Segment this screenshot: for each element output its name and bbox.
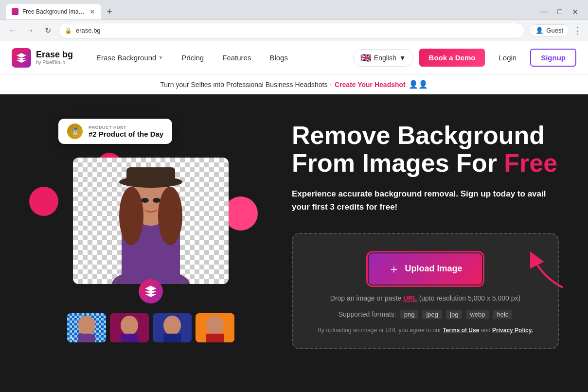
guest-button[interactable]: 👤 Guest: [529, 24, 570, 36]
site-navbar: Erase bg by PixelBin.io Erase Background…: [0, 41, 588, 75]
format-heic: heic: [493, 310, 512, 319]
nav-right: 🇬🇧 English ▼ Book a Demo Login Signup: [353, 49, 576, 67]
lang-chevron-icon: ▼: [399, 54, 406, 62]
hero-left: 🥈 PRODUCT HUNT #2 Product of the Day: [39, 128, 263, 342]
maximize-icon[interactable]: □: [553, 5, 566, 18]
terms-of-use-link[interactable]: Terms of Use: [443, 327, 479, 334]
svg-point-13: [141, 198, 149, 203]
thumb-4-svg: [196, 313, 234, 342]
svg-rect-21: [78, 334, 95, 342]
decor-circle-left: [29, 187, 58, 216]
language-label: English: [374, 54, 396, 62]
chevron-down-icon: ▼: [158, 55, 163, 60]
book-demo-button[interactable]: Book a Demo: [419, 49, 485, 67]
tab-close-icon[interactable]: ✕: [89, 8, 95, 16]
svg-rect-24: [121, 334, 138, 342]
browser-tabs: Free Background Image Rem... ✕ +: [6, 4, 116, 19]
product-hunt-badge: 🥈 PRODUCT HUNT #2 Product of the Day: [58, 119, 172, 144]
url-text: erase.bg: [76, 27, 519, 34]
thumbnail-3[interactable]: [153, 313, 192, 342]
svg-rect-10: [126, 167, 175, 184]
formats-label: Supported formats:: [339, 310, 396, 318]
thumbnail-4[interactable]: [196, 313, 234, 342]
browser-menu-button[interactable]: ⋮: [573, 25, 582, 36]
browser-chrome: Free Background Image Rem... ✕ + — □ ✕ ←…: [0, 0, 588, 41]
svg-rect-27: [163, 334, 181, 342]
svg-point-14: [153, 198, 160, 203]
logo-name: Erase bg: [36, 50, 73, 60]
format-png: png: [400, 310, 419, 319]
language-selector[interactable]: 🇬🇧 English ▼: [353, 49, 413, 67]
nav-erase-background[interactable]: Erase Background ▼: [89, 50, 171, 66]
headshot-emoji: 👤👤: [409, 80, 428, 89]
upload-drop-text: Drop an image or paste URL (upto resolut…: [307, 294, 543, 302]
logo-svg: [16, 52, 27, 64]
svg-point-29: [206, 316, 224, 335]
minimize-icon[interactable]: —: [536, 5, 552, 18]
hero-subtitle: Experience accurate background removal. …: [292, 187, 554, 214]
demo-image-container: [73, 158, 229, 294]
nav-features[interactable]: Features: [214, 50, 259, 66]
format-jpg: jpg: [446, 310, 462, 319]
lock-icon: 🔒: [65, 27, 72, 34]
format-jpeg: jpeg: [422, 310, 442, 319]
browser-tab-active[interactable]: Free Background Image Rem... ✕: [6, 4, 101, 19]
logo-text: Erase bg by PixelBin.io: [36, 50, 73, 65]
tab-favicon: [12, 8, 18, 15]
browser-toolbar: ← → ↻ 🔒 erase.bg 👤 Guest ⋮: [0, 19, 588, 41]
site-nav-links: Erase Background ▼ Pricing Features Blog…: [89, 50, 347, 66]
upload-terms: By uploading an image or URL you agree t…: [307, 327, 543, 334]
site-logo[interactable]: Erase bg by PixelBin.io: [12, 48, 73, 68]
logo-overlay: [139, 279, 163, 303]
signup-link[interactable]: Signup: [530, 49, 576, 67]
logo-sub: by PixelBin.io: [36, 60, 73, 65]
svg-rect-30: [206, 334, 224, 342]
nav-blogs[interactable]: Blogs: [262, 50, 296, 66]
logo-icon: [12, 48, 31, 68]
announcement-bar: Turn your Selfies into Professional Busi…: [0, 75, 588, 94]
upload-btn-wrapper: ＋ Upload Image: [307, 253, 543, 285]
logo-overlay-icon: [144, 285, 158, 298]
hero-title: Remove Background From Images For Free: [292, 122, 559, 177]
thumbnail-row: ↖: [67, 313, 234, 342]
forward-button[interactable]: →: [23, 24, 37, 37]
address-bar[interactable]: 🔒 erase.bg: [58, 23, 525, 38]
new-tab-button[interactable]: +: [103, 5, 116, 19]
upload-plus-icon: ＋: [388, 261, 400, 277]
svg-point-12: [158, 187, 182, 245]
upload-btn-label: Upload Image: [405, 264, 462, 274]
nav-pricing[interactable]: Pricing: [174, 50, 212, 66]
svg-point-26: [163, 316, 181, 335]
upload-url-link[interactable]: URL: [403, 294, 417, 302]
format-webp: webp: [466, 310, 489, 319]
tab-title: Free Background Image Rem...: [22, 8, 86, 15]
svg-point-23: [121, 316, 138, 335]
create-headshot-link[interactable]: Create Your Headshot: [335, 81, 406, 89]
hero-title-free: Free: [504, 149, 557, 177]
thumb-3-svg: [153, 313, 192, 342]
ph-medal-container: 🥈: [67, 124, 83, 139]
close-window-icon[interactable]: ✕: [568, 5, 582, 18]
announcement-text: Turn your Selfies into Professional Busi…: [160, 81, 332, 89]
arrow-indicator: [529, 249, 572, 294]
hero-right: Remove Background From Images For Free E…: [292, 122, 559, 349]
ph-title: #2 Product of the Day: [89, 130, 163, 138]
back-button[interactable]: ←: [6, 24, 19, 37]
thumbnail-1[interactable]: ↖: [67, 313, 106, 342]
refresh-button[interactable]: ↻: [41, 24, 54, 37]
upload-box: ＋ Upload Image Drop an: [292, 233, 559, 349]
privacy-policy-link[interactable]: Privacy Policy.: [492, 327, 533, 334]
upload-formats: Supported formats: png jpeg jpg webp hei…: [307, 310, 543, 319]
ph-medal-icon: 🥈: [67, 124, 83, 139]
demo-person-svg: [73, 158, 229, 284]
thumbnail-2[interactable]: [110, 313, 149, 342]
demo-image: [73, 158, 229, 284]
window-controls: — □ ✕: [536, 5, 582, 18]
hero-title-line2: From Images For: [292, 149, 497, 177]
login-link[interactable]: Login: [491, 50, 524, 66]
guest-icon: 👤: [535, 27, 543, 34]
upload-image-button[interactable]: ＋ Upload Image: [369, 253, 481, 285]
hero-section: 🥈 PRODUCT HUNT #2 Product of the Day: [0, 94, 588, 376]
hero-title-line1: Remove Background: [292, 121, 545, 149]
guest-label: Guest: [546, 27, 563, 34]
